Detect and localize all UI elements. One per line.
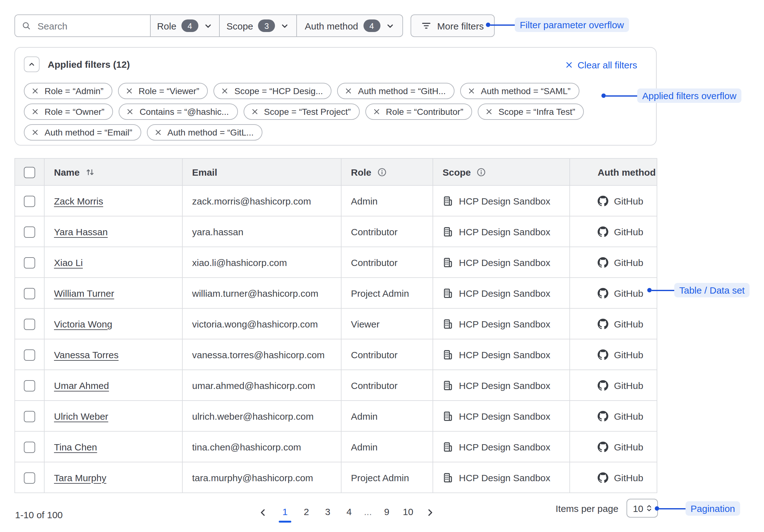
user-name-link[interactable]: Victoria Wong (54, 319, 112, 329)
applied-filter-tag: Auth method = “GitH... (337, 83, 455, 99)
user-scope: HCP Design Sandbox (459, 441, 550, 452)
row-checkbox[interactable] (24, 319, 35, 330)
user-auth-method: GitHub (614, 288, 643, 298)
user-name-link[interactable]: Yara Hassan (54, 226, 108, 237)
org-building-icon (443, 441, 453, 452)
annotation-applied-filters-overflow: Applied filters overflow (601, 88, 741, 103)
user-role: Project Admin (341, 462, 433, 493)
filter-dropdown-role[interactable]: Role 4 (150, 15, 219, 36)
row-checkbox[interactable] (24, 411, 35, 422)
row-checkbox[interactable] (24, 441, 35, 453)
user-name-link[interactable]: Zack Morris (54, 196, 103, 206)
page-number[interactable]: 3 (320, 504, 335, 523)
remove-filter-icon[interactable] (126, 108, 134, 115)
page-number[interactable]: 1 (278, 504, 292, 523)
page-number[interactable]: 4 (341, 504, 357, 523)
user-scope: HCP Design Sandbox (459, 472, 550, 483)
applied-filters-title: Applied filters (12) (48, 59, 130, 69)
remove-filter-icon[interactable] (31, 129, 39, 136)
filter-tag-label: Auth method = “GitL... (167, 127, 254, 137)
filter-label: Role (157, 20, 176, 31)
remove-filter-icon[interactable] (251, 108, 258, 115)
applied-filter-tag: Auth method = “Email” (24, 124, 141, 141)
user-email: tara.murphy@hashicorp.com (182, 462, 341, 493)
filter-dropdown-scope[interactable]: Scope 3 (219, 15, 296, 36)
user-scope: HCP Design Sandbox (459, 226, 550, 237)
row-checkbox[interactable] (24, 226, 35, 237)
remove-filter-icon[interactable] (373, 108, 380, 115)
user-role: Admin (341, 401, 433, 431)
table-row: William Turner william.turner@hashicorp.… (15, 278, 657, 308)
github-icon (598, 226, 608, 237)
info-icon[interactable] (377, 167, 386, 177)
applied-filter-tag: Auth method = “GitL... (147, 124, 263, 141)
next-page-button[interactable] (425, 504, 435, 518)
org-building-icon (443, 288, 453, 298)
previous-page-button[interactable] (258, 504, 268, 518)
column-header-email: Email (182, 158, 341, 186)
table-body: Zack Morris zack.morris@hashicorp.com Ad… (15, 186, 657, 493)
row-checkbox[interactable] (24, 196, 35, 207)
column-header-name[interactable]: Name (44, 158, 182, 186)
search-icon (22, 21, 31, 31)
user-name-link[interactable]: Vanessa Torres (54, 349, 119, 360)
remove-filter-icon[interactable] (125, 87, 133, 95)
page-number[interactable]: 9 (379, 504, 394, 523)
filter-label: Auth method (305, 20, 358, 31)
remove-filter-icon[interactable] (31, 108, 39, 115)
select-all-checkbox[interactable] (24, 167, 35, 178)
user-name-link[interactable]: Umar Ahmed (54, 380, 109, 391)
filter-tag-label: Role = “Admin” (45, 86, 103, 96)
filter-tag-label: Scope = “HCP Desig... (235, 86, 323, 96)
filter-tag-label: Role = “Owner” (45, 107, 104, 117)
row-checkbox[interactable] (24, 380, 35, 391)
remove-filter-icon[interactable] (154, 129, 162, 136)
user-email: william.turner@hashicorp.com (182, 278, 341, 308)
row-checkbox[interactable] (24, 349, 35, 360)
more-filters-button[interactable]: More filters (411, 14, 495, 37)
user-role: Contributor (341, 339, 433, 370)
user-role: Contributor (341, 247, 433, 278)
user-name-link[interactable]: Xiao Li (54, 257, 83, 268)
collapse-panel-button[interactable] (24, 57, 40, 72)
user-name-link[interactable]: Tara Murphy (54, 472, 106, 483)
items-per-page-value: 10 (633, 503, 643, 513)
user-name-link[interactable]: Ulrich Weber (54, 411, 108, 421)
user-auth-method: GitHub (614, 349, 643, 360)
filter-label: Scope (226, 20, 253, 31)
row-checkbox[interactable] (24, 288, 35, 299)
chevron-up-icon (28, 60, 36, 68)
remove-filter-icon[interactable] (221, 87, 229, 95)
remove-filter-icon[interactable] (485, 108, 493, 115)
remove-filter-icon[interactable] (468, 87, 475, 95)
items-per-page-select[interactable]: 10 (627, 499, 658, 518)
user-name-link[interactable]: Tina Chen (54, 441, 97, 452)
page-number[interactable]: 2 (299, 504, 314, 523)
clear-all-filters-label: Clear all filters (578, 60, 637, 70)
clear-all-filters-link[interactable]: Clear all filters (565, 60, 637, 70)
column-label: Name (54, 167, 80, 177)
filter-tag-label: Auth method = “SAML” (481, 86, 571, 96)
remove-filter-icon[interactable] (345, 87, 352, 95)
search-field[interactable] (15, 15, 150, 36)
annotation-filter-parameter-overflow: Filter parameter overflow (486, 18, 629, 32)
info-icon[interactable] (477, 167, 486, 177)
search-input[interactable] (36, 20, 143, 32)
applied-filter-tag: Role = “Admin” (24, 83, 112, 99)
page-number[interactable]: 10 (401, 504, 416, 523)
user-email: zack.morris@hashicorp.com (182, 186, 341, 216)
chevron-down-icon (203, 21, 213, 31)
row-checkbox[interactable] (24, 257, 35, 268)
annotation-dot (601, 93, 606, 98)
org-building-icon (443, 226, 453, 237)
annotation-line (659, 508, 685, 509)
row-checkbox[interactable] (24, 472, 35, 483)
filter-dropdown-auth-method[interactable]: Auth method 4 (296, 15, 402, 36)
user-auth-method: GitHub (614, 257, 643, 268)
remove-filter-icon[interactable] (31, 87, 39, 95)
user-auth-method: GitHub (614, 196, 643, 206)
filter-tag-row: Role = “Owner” Contains = “@hashic... Sc… (24, 103, 584, 120)
github-icon (598, 349, 608, 360)
user-name-link[interactable]: William Turner (54, 288, 114, 298)
applied-filter-tag: Scope = “Infra Test” (478, 103, 584, 120)
